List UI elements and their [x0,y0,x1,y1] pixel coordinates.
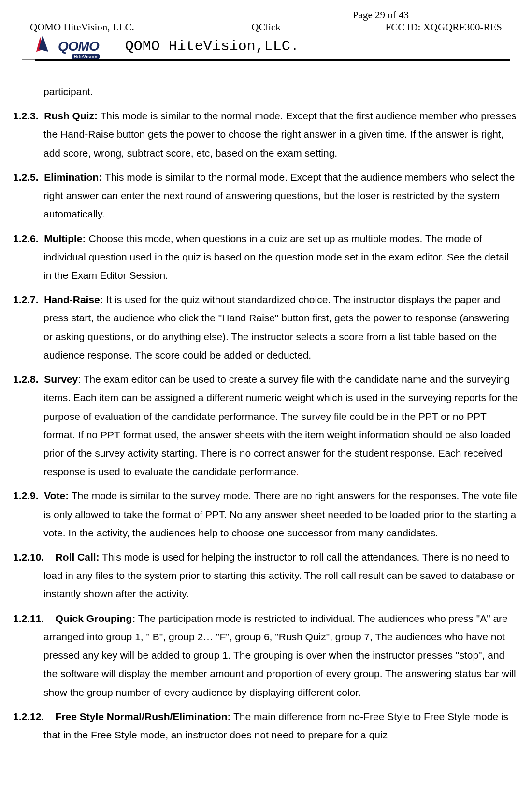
page-number: Page 29 of 43 [353,9,409,21]
section-number: 1.2.10. [13,551,44,563]
section-number: 1.2.5. [13,172,39,183]
section-quick-grouping: 1.2.11. Quick Grouping: The participatio… [13,609,519,702]
section-number: 1.2.7. [13,294,39,305]
section-survey: 1.2.8. Survey: The exam editor can be us… [13,370,519,481]
header-fcc-id: FCC ID: XQGQRF300-RES [345,21,502,33]
company-title: QOMO HiteVision,LLC. [125,38,299,55]
section-body: The mode is similar to the survey mode. … [43,490,517,538]
header-company: QOMO HiteVision, LLC. [30,21,187,33]
section-title: Survey [44,374,78,385]
section-title: Roll Call: [56,551,100,563]
section-number: 1.2.6. [13,233,39,244]
section-body: The participation mode is restricted to … [43,613,516,698]
section-number: 1.2.8. [13,374,39,385]
section-body: This mode is similar to the normal mode.… [43,110,517,158]
section-roll-call: 1.2.10. Roll Call: This mode is used for… [13,548,519,604]
header-product: QClick [187,21,345,33]
section-vote: 1.2.9. Vote: The mode is similar to the … [13,487,519,542]
section-number: 1.2.9. [13,490,39,501]
section-number: 1.2.11. [13,613,44,624]
section-body: It is used for the quiz without standard… [43,294,509,361]
section-title: Rush Quiz: [44,110,98,121]
section-body: : The exam editor can be used to create … [43,374,518,477]
section-title: Free Style Normal/Rush/Elimination: [56,711,231,722]
section-title: Hand-Raise: [44,294,103,305]
section-elimination: 1.2.5. Elimination: This mode is similar… [13,168,519,224]
section-hand-raise: 1.2.7. Hand-Raise: It is used for the qu… [13,290,519,364]
section-multiple: 1.2.6. Multiple: Choose this mode, when … [13,230,519,285]
document-header: QOMO HiteVision, LLC. QClick FCC ID: XQG… [0,0,532,33]
section-free-style: 1.2.12. Free Style Normal/Rush/Eliminati… [13,707,519,744]
section-red-period: . [296,466,299,477]
section-rush-quiz: 1.2.3. Rush Quiz: This mode is similar t… [13,107,519,162]
section-title: Elimination: [44,172,102,183]
section-body: This mode is used for helping the instru… [43,551,515,599]
header-rule [22,59,510,62]
logo-sub-text: HiteVision [72,54,100,59]
section-number: 1.2.3. [13,110,39,121]
section-body: This mode is similar to the normal mode.… [43,172,515,219]
continuation-line: participant. [13,83,519,101]
section-title: Vote: [44,490,69,501]
logo-arrows-icon [34,36,56,57]
section-number: 1.2.12. [13,711,44,722]
section-title: Multiple: [44,233,86,244]
qomo-logo: QOMO HiteVision [34,36,99,57]
section-body: Choose this mode, when questions in a qu… [43,233,509,281]
section-title: Quick Grouping: [56,613,136,624]
logo-main-text: QOMO HiteVision [58,39,99,54]
logo-row: QOMO HiteVision QOMO HiteVision,LLC. [0,33,532,57]
document-body: participant. 1.2.3. Rush Quiz: This mode… [0,62,532,744]
